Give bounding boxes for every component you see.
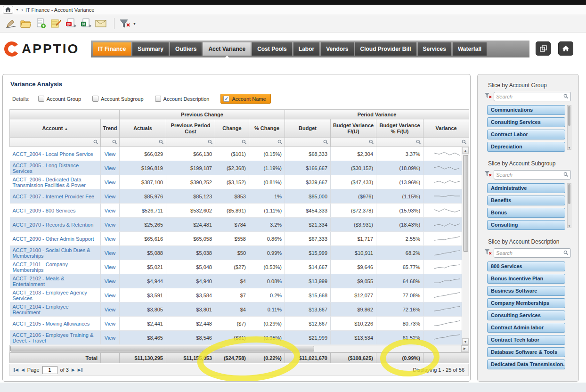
account-link[interactable]: ACCT_2103 - Employee Agency Services — [13, 290, 87, 301]
view-link[interactable]: View — [105, 307, 116, 312]
tab-vendors[interactable]: Vendors — [321, 42, 353, 56]
slice-search-input[interactable] — [496, 172, 563, 178]
filter-cell-budget[interactable] — [285, 138, 331, 147]
slice-item[interactable]: Administrative — [487, 183, 565, 193]
view-link[interactable]: View — [105, 335, 116, 341]
filter-cell-trend[interactable] — [101, 138, 120, 147]
filter-cell-actuals[interactable] — [120, 138, 166, 147]
slice-item[interactable]: Consulting Services — [487, 310, 565, 320]
filter-cell-previous-period-cost[interactable] — [166, 138, 215, 147]
tab-labor[interactable]: Labor — [293, 42, 319, 56]
slice-item[interactable]: Database Software & Tools — [487, 347, 565, 357]
notes-button[interactable] — [49, 16, 63, 31]
account-link[interactable]: ACCT_2100 - Social Club Dues & Membershi… — [13, 247, 90, 259]
view-link[interactable]: View — [105, 321, 116, 327]
scrollbar-thumb[interactable] — [568, 106, 570, 126]
account-link[interactable]: ACCT_2005 - Long Distance Services — [13, 163, 79, 174]
slice-item[interactable]: Communications — [487, 105, 565, 115]
account-link[interactable]: ACCT_2101 - Company Memberships — [13, 261, 68, 273]
tab-waterfall[interactable]: Waterfall — [453, 42, 487, 56]
detach-panel-button[interactable] — [536, 41, 551, 56]
view-link[interactable]: View — [105, 208, 116, 213]
account-link[interactable]: ACCT_2070 - Records & Retention — [13, 222, 94, 228]
view-link[interactable]: View — [105, 293, 116, 298]
slice-search-input[interactable] — [496, 94, 563, 99]
column-header-account[interactable]: Account▲ — [10, 119, 101, 138]
home-nav-button[interactable] — [558, 41, 573, 56]
scroll-down-icon[interactable]: ▼ — [568, 147, 571, 149]
export-excel-button[interactable] — [79, 16, 93, 31]
account-link[interactable]: ACCT_2090 - Other Admin Support — [13, 236, 94, 242]
list-scrollbar[interactable]: ▼ — [567, 105, 571, 150]
prev-page-button[interactable]: ◀ — [21, 368, 24, 372]
details-option-account-group[interactable]: Account Group — [38, 96, 81, 102]
view-link[interactable]: View — [105, 250, 116, 256]
account-link[interactable]: ACCT_2105 - Moving Allowances — [13, 321, 90, 327]
slice-item[interactable]: Contract Labor — [487, 130, 565, 139]
filter-cell-change[interactable] — [215, 138, 249, 147]
filter-tool-button[interactable]: ▼ — [119, 16, 136, 31]
scroll-down-button[interactable]: ▼ — [462, 338, 469, 345]
signature-tool-button[interactable] — [4, 16, 18, 31]
filter-dropdown-icon[interactable]: ▼ — [133, 22, 136, 25]
first-page-button[interactable]: ◀ — [14, 368, 18, 372]
tab-it-finance[interactable]: IT Finance — [93, 42, 131, 56]
filter-cell-change[interactable] — [249, 138, 285, 147]
account-link[interactable]: ACCT_2007 - Internet Provider Fee — [13, 194, 95, 199]
account-link[interactable]: ACCT_2009 - 800 Services — [13, 208, 76, 213]
tab-cost-pools[interactable]: Cost Pools — [252, 42, 292, 56]
details-option-account-subgroup[interactable]: Account Subgroup — [92, 96, 144, 102]
slice-item[interactable]: Consulting Services — [487, 117, 565, 127]
view-link[interactable]: View — [105, 165, 116, 171]
view-link[interactable]: View — [105, 222, 116, 228]
page-number-input[interactable] — [42, 366, 57, 374]
slice-item[interactable]: Depreciation — [487, 142, 565, 152]
column-header-change[interactable]: Change — [215, 119, 249, 138]
export-pdf-button[interactable] — [64, 16, 78, 31]
column-header-change[interactable]: % Change — [249, 119, 285, 138]
scroll-right-button[interactable]: ▶ — [461, 345, 468, 352]
new-report-button[interactable] — [34, 16, 48, 31]
filter-cell-budget-variance-f-u[interactable] — [376, 138, 423, 147]
account-link[interactable]: ACCT_2104 - Employee Recruitment — [13, 304, 69, 315]
filter-cell-variance[interactable] — [423, 138, 469, 147]
slice-item[interactable]: Business Software — [487, 286, 565, 296]
slice-search-input[interactable] — [496, 250, 563, 256]
slice-item[interactable]: Bonus — [487, 208, 565, 218]
vertical-scrollbar-thumb[interactable] — [463, 155, 468, 252]
column-header-budget-variance-f-u[interactable]: Budget Variance % F/(U) — [376, 119, 423, 138]
view-link[interactable]: View — [105, 278, 116, 284]
slice-item[interactable]: Dedicated Data Transmission.. — [487, 359, 565, 369]
slice-item[interactable]: Consulting — [487, 220, 565, 230]
view-link[interactable]: View — [105, 264, 116, 270]
column-header-trend[interactable]: Trend — [101, 119, 120, 138]
tab-acct-variance[interactable]: Acct Variance — [203, 42, 251, 56]
checkbox-unchecked-icon[interactable] — [155, 96, 161, 102]
account-link[interactable]: ACCT_2106 - Employee Training & Devel. -… — [13, 332, 94, 343]
slice-item[interactable]: Company Memberships — [487, 298, 565, 308]
email-button[interactable] — [94, 16, 108, 31]
slice-item[interactable]: 800 Services — [487, 261, 565, 271]
table-horizontal-scrollbar[interactable]: ▶ — [9, 345, 469, 352]
slice-item[interactable]: Contract Admin labor — [487, 323, 565, 333]
tab-summary[interactable]: Summary — [132, 42, 169, 56]
column-header-variance[interactable]: Variance — [423, 119, 469, 138]
column-header-actuals[interactable]: Actuals — [120, 119, 166, 138]
clear-filter-icon[interactable] — [484, 249, 492, 257]
clear-filter-icon[interactable] — [484, 92, 492, 101]
checkbox-unchecked-icon[interactable] — [38, 96, 44, 102]
view-link[interactable]: View — [105, 180, 116, 185]
home-button[interactable] — [3, 6, 13, 14]
view-link[interactable]: View — [105, 236, 116, 242]
last-page-button[interactable]: ▶ — [78, 368, 82, 372]
account-link[interactable]: ACCT_2102 - Meals & Entertainment — [13, 276, 65, 287]
scroll-down-icon[interactable]: ▼ — [568, 225, 571, 228]
tab-cloud-provider-bill[interactable]: Cloud Provider Bill — [355, 42, 416, 56]
clear-filter-icon[interactable] — [484, 171, 492, 179]
details-option-account-name[interactable]: ✓Account Name — [220, 94, 270, 104]
account-link[interactable]: ACCT_2006 - Dedicated Data Transmission … — [13, 177, 86, 188]
slice-item[interactable]: Contract Tech labor — [487, 335, 565, 345]
column-header-budget[interactable]: Budget — [285, 119, 331, 138]
scroll-up-button[interactable]: ▲ — [462, 147, 469, 154]
table-vertical-scrollbar[interactable]: ▲ ▼ — [462, 147, 469, 345]
